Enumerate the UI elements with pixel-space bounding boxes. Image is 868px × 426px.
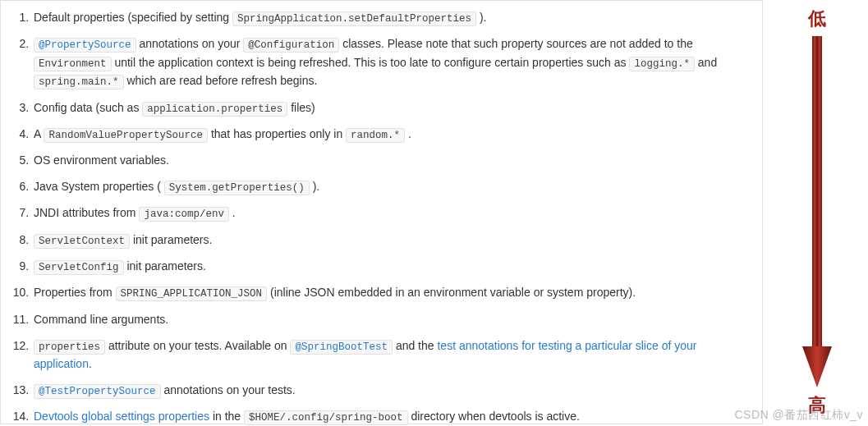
arrow-down-icon [800,36,834,389]
text: classes. Please note that such property … [342,37,692,50]
code-inline: @Configuration [243,38,339,53]
text: and [698,56,717,69]
svg-marker-1 [802,346,832,387]
text: Java System properties ( [34,180,164,193]
text: annotations on your [139,37,243,50]
text: ). [480,11,487,24]
list-item: OS environment variables. [32,152,754,170]
text: ). [313,180,320,193]
code-inline: System.getProperties() [164,181,310,195]
code-inline: random.* [346,128,405,143]
text: init parameters. [133,233,212,246]
priority-label-low: 低 [772,7,862,31]
code-inline: RandomValuePropertySource [44,128,208,143]
code-inline: $HOME/.config/spring-boot [244,410,408,425]
text: . [232,206,236,219]
text: Command line arguments. [34,313,168,326]
list-item: Config data (such as application.propert… [32,99,754,117]
code-inline: spring.main.* [34,75,124,89]
code-inline: ServletConfig [34,260,124,275]
doc-link[interactable]: Devtools global settings properties [34,410,209,423]
code-inline[interactable]: @SpringBootTest [290,340,393,355]
list-item: Properties from SPRING_APPLICATION_JSON … [32,284,754,302]
property-source-list: Default properties (specified by setting… [9,9,754,426]
list-item: properties attribute on your tests. Avai… [32,337,754,373]
text: . [89,357,92,370]
text: directory when devtools is active. [411,410,579,423]
code-inline: java:comp/env [139,207,229,222]
text: JNDI attributes from [34,206,139,219]
text: . [408,127,411,140]
text: and the [396,339,438,352]
text: init parameters. [126,259,205,273]
code-inline: Environment [34,57,112,71]
text: files) [291,101,315,114]
list-item: @TestPropertySource annotations on your … [32,382,754,400]
code-inline: application.properties [142,102,287,117]
priority-label-high: 高 [772,393,862,418]
priority-arrow-area: 低 高 [772,0,862,426]
text: which are read before refresh begins. [126,74,317,87]
code-inline[interactable]: @TestPropertySource [34,384,161,399]
text: Properties from [34,286,116,299]
text: annotations on your tests. [163,383,295,396]
doc-panel: Default properties (specified by setting… [0,0,763,424]
text: (inline JSON embedded in an environment … [270,286,636,299]
text: Config data (such as [34,101,142,114]
code-inline[interactable]: @PropertySource [34,38,136,53]
code-inline: SPRING_APPLICATION_JSON [116,286,268,301]
code-inline: ServletContext [34,234,130,249]
list-item: Command line arguments. [32,311,754,329]
code-inline: properties [34,340,105,355]
list-item: @PropertySource annotations on your @Con… [32,35,754,90]
list-item: Default properties (specified by setting… [32,9,754,27]
list-item: A RandomValuePropertySource that has pro… [32,126,754,144]
text: in the [213,410,244,423]
text: until the application context is being r… [114,56,629,69]
text: that has properties only in [211,127,346,140]
code-inline: SpringApplication.setDefaultProperties [232,11,476,26]
code-inline: logging.* [629,57,695,71]
text: A [34,127,44,140]
svg-rect-0 [812,36,822,348]
text: attribute on your tests. Available on [108,339,291,352]
text: Default properties (specified by setting [34,11,232,24]
list-item: ServletConfig init parameters. [32,258,754,276]
list-item: JNDI attributes from java:comp/env . [32,204,754,222]
list-item: Java System properties ( System.getPrope… [32,178,754,196]
list-item: ServletContext init parameters. [32,231,754,250]
text: OS environment variables. [34,153,169,167]
list-item: Devtools global settings properties in t… [32,408,754,426]
